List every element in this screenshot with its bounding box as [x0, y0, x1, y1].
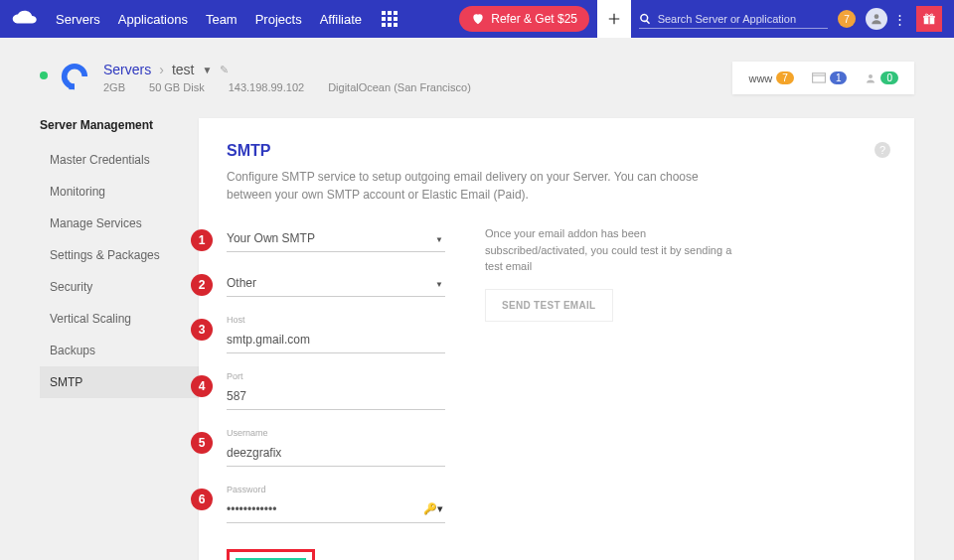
test-email-desc: Once your email addon has been subscribe… [485, 225, 743, 275]
sidebar-item-manage-services[interactable]: Manage Services [40, 208, 199, 239]
nav-applications[interactable]: Applications [118, 12, 188, 27]
username-label: Username [227, 428, 445, 438]
panel-desc: Configure SMTP service to setup outgoing… [227, 168, 704, 204]
chevron-down-icon: ▼ [435, 280, 443, 289]
search-icon [639, 12, 652, 26]
badge-apps[interactable]: 1 [812, 71, 848, 84]
svg-rect-5 [928, 16, 929, 24]
chevron-down-icon[interactable]: ▼ [202, 65, 212, 75]
breadcrumb: Servers › test ▼ ✎ [103, 62, 732, 77]
gift-icon[interactable] [916, 6, 942, 32]
step-6: 6 [191, 489, 213, 510]
help-icon[interactable]: ? [874, 142, 890, 158]
server-provider: DigitalOcean (San Francisco) [328, 81, 471, 93]
refer-label: Refer & Get $25 [491, 12, 577, 26]
nav-servers[interactable]: Servers [56, 12, 100, 27]
content-panel: ? SMTP Configure SMTP service to setup o… [199, 118, 914, 560]
port-input[interactable] [227, 383, 445, 410]
window-icon [812, 72, 826, 84]
password-label: Password [227, 485, 445, 494]
notification-badge[interactable]: 7 [838, 10, 856, 28]
password-field: 6 Password 🔑▾ [227, 485, 445, 523]
sidebar: Server Management Master CredentialsMoni… [40, 118, 199, 560]
chevron-down-icon: ▼ [435, 235, 443, 244]
heart-icon [471, 12, 485, 26]
host-label: Host [227, 315, 445, 325]
nav-projects[interactable]: Projects [255, 12, 302, 27]
sidebar-item-settings-packages[interactable]: Settings & Packages [40, 239, 199, 271]
server-header: Servers › test ▼ ✎ 2GB 50 GB Disk 143.19… [40, 62, 914, 94]
svg-rect-7 [66, 80, 70, 84]
server-disk: 50 GB Disk [149, 81, 205, 93]
step-2: 2 [191, 274, 213, 296]
save-highlight: SAVE [227, 549, 315, 560]
badge-users[interactable]: 0 [865, 71, 898, 84]
host-input[interactable] [227, 327, 445, 353]
panel-title: SMTP [227, 142, 886, 160]
sidebar-item-backups[interactable]: Backups [40, 335, 199, 366]
provider-logo-icon [60, 62, 89, 91]
sidebar-item-security[interactable]: Security [40, 271, 199, 303]
test-email-section: Once your email addon has been subscribe… [485, 225, 743, 560]
type-select[interactable]: 2 Other ▼ [227, 270, 445, 297]
user-icon [865, 72, 876, 84]
refer-button[interactable]: Refer & Get $25 [459, 6, 589, 32]
svg-rect-8 [812, 72, 825, 81]
nav-team[interactable]: Team [206, 12, 238, 27]
username-input[interactable] [227, 440, 445, 467]
server-ram: 2GB [103, 81, 125, 93]
nav-affiliate[interactable]: Affiliate [320, 12, 362, 27]
more-menu-icon[interactable]: ⋮ [893, 12, 906, 27]
server-ip: 143.198.99.102 [229, 81, 304, 93]
sidebar-item-monitoring[interactable]: Monitoring [40, 176, 199, 208]
send-test-email-button[interactable]: SEND TEST EMAIL [485, 289, 613, 322]
search-container [639, 10, 828, 29]
svg-point-10 [869, 74, 873, 78]
svg-rect-1 [15, 21, 27, 23]
add-button[interactable] [597, 0, 631, 38]
top-nav: Servers Applications Team Projects Affil… [0, 0, 954, 38]
step-5: 5 [191, 432, 213, 454]
sidebar-item-smtp[interactable]: SMTP [40, 366, 199, 398]
step-1: 1 [191, 229, 213, 251]
key-icon[interactable]: 🔑▾ [423, 502, 443, 515]
sidebar-item-vertical-scaling[interactable]: Vertical Scaling [40, 303, 199, 335]
search-input[interactable] [658, 13, 828, 25]
nav-links: Servers Applications Team Projects Affil… [56, 12, 362, 27]
username-field: 5 Username [227, 428, 445, 467]
sidebar-heading: Server Management [40, 118, 199, 132]
step-4: 4 [191, 375, 213, 397]
header-badges: www7 1 0 [732, 62, 914, 94]
badge-www[interactable]: www7 [748, 71, 793, 84]
brand-logo[interactable] [12, 8, 42, 30]
edit-icon[interactable]: ✎ [220, 64, 229, 76]
port-field: 4 Port [227, 371, 445, 410]
server-meta: 2GB 50 GB Disk 143.198.99.102 DigitalOce… [103, 81, 732, 93]
host-field: 3 Host [227, 315, 445, 353]
apps-grid-icon[interactable] [382, 11, 398, 27]
step-3: 3 [191, 319, 213, 341]
status-indicator [40, 71, 48, 79]
server-name[interactable]: test [172, 62, 195, 77]
smtp-form: 1 Your Own SMTP ▼ 2 Other ▼ 3 Host [227, 225, 445, 560]
svg-rect-0 [14, 18, 29, 20]
port-label: Port [227, 371, 445, 381]
breadcrumb-root[interactable]: Servers [103, 62, 151, 77]
password-input[interactable] [227, 496, 445, 523]
svg-point-2 [874, 14, 879, 19]
sidebar-item-master-credentials[interactable]: Master Credentials [40, 144, 199, 176]
svg-rect-6 [69, 84, 75, 90]
user-avatar[interactable] [866, 8, 887, 30]
provider-select[interactable]: 1 Your Own SMTP ▼ [227, 225, 445, 252]
